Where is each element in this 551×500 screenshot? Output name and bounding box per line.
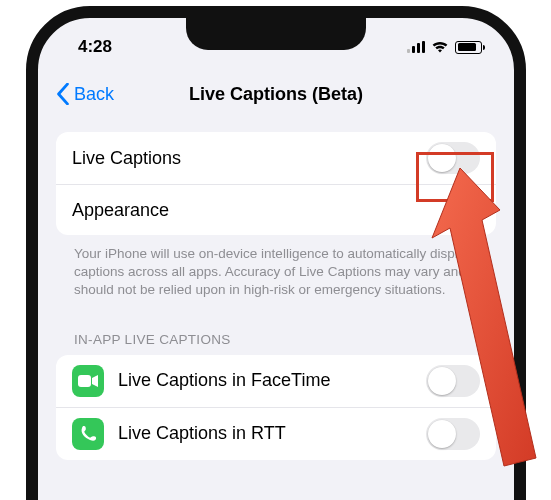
- status-indicators: [407, 40, 482, 54]
- back-label: Back: [74, 84, 114, 105]
- settings-group-in-app: Live Captions in FaceTime Live Captions: [56, 355, 496, 460]
- facetime-toggle[interactable]: [426, 365, 480, 397]
- device-frame: 4:28 Back Live Captions (B: [26, 6, 526, 500]
- settings-content: Live Captions Appearance › Your iPhone w…: [42, 116, 510, 460]
- status-time: 4:28: [78, 37, 112, 57]
- back-button[interactable]: Back: [52, 83, 114, 105]
- nav-bar: Back Live Captions (Beta): [42, 72, 510, 116]
- row-rtt[interactable]: Live Captions in RTT: [56, 408, 496, 460]
- chevron-right-icon: ›: [474, 200, 480, 221]
- facetime-label: Live Captions in FaceTime: [118, 370, 330, 391]
- rtt-label: Live Captions in RTT: [118, 423, 286, 444]
- battery-icon: [455, 41, 482, 54]
- settings-group-main: Live Captions Appearance ›: [56, 132, 496, 235]
- facetime-icon: [72, 365, 104, 397]
- live-captions-label: Live Captions: [72, 148, 181, 169]
- chevron-left-icon: [56, 83, 70, 105]
- row-appearance[interactable]: Appearance ›: [56, 185, 496, 235]
- wifi-icon: [431, 40, 449, 54]
- row-facetime[interactable]: Live Captions in FaceTime: [56, 355, 496, 408]
- device-notch: [186, 16, 366, 50]
- live-captions-footer: Your iPhone will use on-device intellige…: [56, 235, 496, 316]
- live-captions-toggle[interactable]: [426, 142, 480, 174]
- row-live-captions[interactable]: Live Captions: [56, 132, 496, 185]
- phone-icon: [72, 418, 104, 450]
- svg-rect-0: [78, 375, 91, 387]
- section-header-in-app: IN-APP LIVE CAPTIONS: [56, 316, 496, 355]
- screen: 4:28 Back Live Captions (B: [42, 22, 510, 500]
- rtt-toggle[interactable]: [426, 418, 480, 450]
- cellular-signal-icon: [407, 41, 425, 53]
- appearance-label: Appearance: [72, 200, 169, 221]
